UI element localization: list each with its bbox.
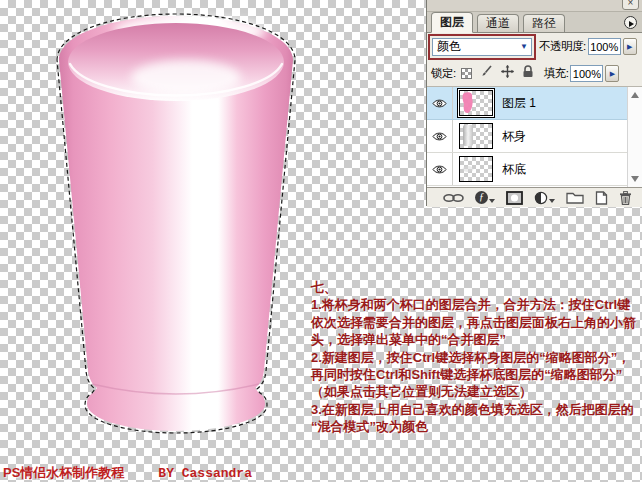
- layer-list-scrollbar[interactable]: [627, 87, 642, 187]
- instruction-line: 2.新建图层，按住Ctrl键选择杯身图层的“缩略图部分”，: [311, 349, 641, 366]
- layer-style-icon[interactable]: ƒ: [475, 190, 495, 206]
- tab-layers[interactable]: 图层: [431, 12, 473, 33]
- instruction-line: 再同时按住Ctrl和Shift键选择杯底图层的“缩略图部分”: [311, 366, 641, 383]
- instruction-line: （如果点击其它位置则无法建立选区）: [311, 383, 641, 400]
- blend-mode-annotation: 颜色 ▼: [428, 34, 536, 60]
- trash-icon[interactable]: [619, 190, 632, 206]
- new-layer-icon[interactable]: [595, 190, 608, 206]
- fill-label: 填充:: [544, 66, 569, 81]
- adjustment-layer-icon[interactable]: [534, 190, 555, 206]
- layer-name: 杯底: [502, 161, 526, 178]
- panel-tabs: 图层 通道 路径: [427, 12, 642, 33]
- layers-panel: × 图层 通道 路径 颜色 ▼ 不透明度: 100% ▶ 锁定:: [426, 0, 642, 206]
- blend-mode-select[interactable]: 颜色 ▼: [432, 38, 532, 56]
- instruction-line: 依次选择需要合并的图层，再点击图层面板右上角的小箭: [311, 314, 641, 331]
- lock-paint-brush-icon[interactable]: [480, 65, 493, 81]
- lock-row: 锁定:: [427, 60, 642, 87]
- layer-row-cup-body[interactable]: 杯身: [427, 120, 628, 153]
- instruction-line: 3.在新图层上用自己喜欢的颜色填充选区，然后把图层的: [311, 401, 641, 418]
- layer-mask-icon[interactable]: [506, 190, 523, 206]
- close-icon[interactable]: ×: [622, 0, 639, 10]
- blend-mode-row: 颜色 ▼ 不透明度: 100% ▶: [427, 33, 642, 60]
- blend-mode-value: 颜色: [437, 38, 461, 55]
- instruction-line: 头，选择弹出菜单中的“合并图层”: [311, 331, 641, 348]
- lock-move-icon[interactable]: [501, 65, 514, 81]
- layer-thumbnail[interactable]: [459, 123, 493, 149]
- opacity-spinner[interactable]: ▶: [623, 38, 637, 55]
- eye-icon: [432, 164, 447, 175]
- tutorial-instructions: 七、 1.将杯身和两个杯口的图层合并，合并方法：按住Ctrl键 依次选择需要合并…: [311, 279, 641, 436]
- watermark-title: PS情侣水杯制作教程: [3, 465, 124, 480]
- watermark: PS情侣水杯制作教程BY Cassandra: [3, 464, 252, 482]
- lock-all-icon[interactable]: [522, 65, 534, 81]
- new-group-folder-icon[interactable]: [566, 190, 584, 206]
- opacity-input[interactable]: 100%: [588, 38, 621, 55]
- transparent-canvas: × 图层 通道 路径 颜色 ▼ 不透明度: 100% ▶ 锁定:: [0, 0, 642, 482]
- instruction-line: 七、: [311, 279, 641, 296]
- scroll-up-icon[interactable]: [631, 92, 639, 98]
- visibility-toggle[interactable]: [427, 120, 453, 152]
- instruction-line: “混合模式”改为颜色: [311, 418, 641, 435]
- lock-label: 锁定:: [431, 66, 456, 81]
- layer-thumbnail[interactable]: [459, 90, 493, 116]
- layer-list: 图层 1: [427, 87, 642, 188]
- layer-name: 杯身: [502, 128, 526, 145]
- opacity-label: 不透明度:: [539, 39, 586, 54]
- panel-menu-icon[interactable]: [624, 16, 637, 29]
- watermark-author: BY Cassandra: [158, 466, 252, 481]
- visibility-toggle[interactable]: [427, 153, 453, 185]
- eye-icon: [432, 131, 447, 142]
- eye-icon: [432, 98, 447, 109]
- tab-paths[interactable]: 路径: [523, 14, 565, 32]
- tab-channels[interactable]: 通道: [477, 14, 519, 32]
- layers-panel-toolbar: ƒ: [427, 188, 642, 207]
- layer-row-layer1[interactable]: 图层 1: [427, 87, 628, 120]
- link-layers-icon[interactable]: [443, 190, 464, 206]
- fill-spinner[interactable]: ▶: [605, 65, 619, 82]
- instruction-line: 1.将杯身和两个杯口的图层合并，合并方法：按住Ctrl键: [311, 296, 641, 313]
- chevron-down-icon: ▼: [520, 42, 528, 51]
- fill-input[interactable]: 100%: [570, 65, 603, 82]
- scroll-down-icon[interactable]: [631, 176, 639, 182]
- layer-thumbnail[interactable]: [459, 156, 493, 182]
- layer-name: 图层 1: [502, 95, 536, 112]
- panel-titlebar[interactable]: ×: [427, 0, 642, 12]
- layer-row-cup-bottom[interactable]: 杯底: [427, 153, 628, 186]
- lock-transparency-icon[interactable]: [461, 68, 472, 79]
- visibility-toggle[interactable]: [427, 87, 453, 119]
